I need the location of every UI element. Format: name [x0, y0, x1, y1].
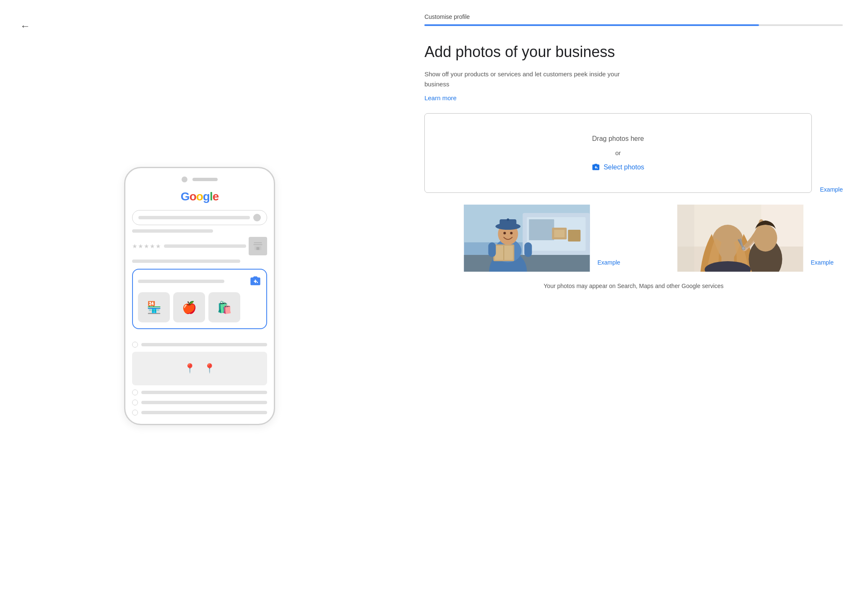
search-bar-line — [138, 216, 250, 219]
or-text: or — [615, 149, 621, 156]
back-button[interactable]: ← — [17, 17, 34, 35]
store-svg — [252, 240, 264, 252]
thumb-1: 🏪 — [138, 292, 170, 322]
page-description: Show off your products or services and l… — [424, 69, 642, 89]
example-image-delivery: Example — [424, 205, 629, 272]
location-dot — [132, 342, 138, 348]
photos-card-top — [138, 275, 261, 287]
phone-speaker — [192, 178, 218, 181]
skeleton-1 — [132, 229, 213, 233]
svg-rect-1 — [257, 247, 260, 250]
drag-text: Drag photos here — [592, 135, 644, 143]
left-panel: ← Google ★★★★★ — [0, 0, 399, 592]
select-photos-button[interactable]: Select photos — [592, 163, 644, 171]
google-o2: o — [196, 190, 203, 203]
web-icon — [132, 410, 138, 415]
back-arrow-icon: ← — [20, 20, 30, 32]
add-photo-icon — [249, 275, 261, 287]
example-badge-delivery[interactable]: Example — [593, 257, 625, 267]
svg-point-16 — [507, 218, 509, 221]
phone-search-icon — [253, 214, 261, 221]
clock-row — [132, 389, 267, 395]
svg-rect-22 — [489, 242, 496, 257]
phone-row — [132, 400, 267, 405]
svg-rect-35 — [678, 205, 694, 272]
example-image-salon: Example — [638, 205, 843, 272]
web-row — [132, 410, 267, 415]
google-g2: g — [203, 190, 210, 203]
select-photos-label: Select photos — [603, 164, 644, 171]
svg-point-34 — [754, 225, 777, 252]
footer-note: Your photos may appear on Search, Maps a… — [424, 282, 843, 291]
store-icon — [249, 237, 267, 255]
skeleton-web — [141, 411, 267, 414]
drop-zone-wrapper: Drag photos here or Select photos Exampl… — [424, 113, 843, 193]
skeleton-2 — [132, 260, 240, 263]
drop-zone[interactable]: Drag photos here or Select photos — [424, 113, 811, 193]
learn-more-link[interactable]: Learn more — [424, 94, 457, 101]
svg-rect-9 — [554, 230, 565, 237]
phone-camera — [182, 177, 187, 182]
camera-add-icon — [592, 163, 600, 171]
right-panel: Customise profile Add photos of your bus… — [399, 0, 868, 592]
svg-rect-7 — [464, 255, 590, 272]
google-logo: Google — [181, 190, 218, 203]
thumb-3: 🛍️ — [208, 292, 240, 322]
skeleton-rating — [164, 244, 246, 248]
location-row — [132, 342, 267, 348]
drop-zone-example-label[interactable]: Example — [820, 183, 843, 193]
phone-search-bar — [132, 210, 267, 225]
svg-rect-23 — [525, 242, 532, 257]
phone-mockup: Google ★★★★★ — [124, 167, 275, 425]
example-badge-salon[interactable]: Example — [806, 257, 839, 267]
page-title: Add photos of your business — [424, 43, 843, 61]
phone-icon — [132, 400, 138, 405]
skeleton-clock — [141, 391, 267, 394]
progress-label: Customise profile — [424, 13, 843, 20]
rating-row: ★★★★★ — [132, 237, 267, 255]
progress-bar-bg — [424, 24, 843, 26]
svg-rect-10 — [568, 230, 581, 241]
google-l: l — [210, 190, 213, 203]
svg-point-18 — [510, 232, 513, 234]
map-pin-2: 📍 — [204, 363, 215, 374]
phone-content: Google ★★★★★ — [132, 190, 267, 415]
photos-card: 🏪 🍎 🛍️ — [132, 269, 267, 329]
google-g: G — [181, 190, 190, 203]
phone-top-bar — [132, 177, 267, 182]
google-logo-area: Google — [132, 190, 267, 203]
phone-stars: ★★★★★ — [132, 243, 161, 249]
google-e: e — [213, 190, 219, 203]
thumb-2: 🍎 — [173, 292, 205, 322]
skeleton-location — [141, 343, 267, 346]
svg-point-17 — [504, 232, 506, 234]
google-o1: o — [190, 190, 196, 203]
map-area: 📍 📍 — [132, 352, 267, 385]
svg-rect-6 — [529, 219, 554, 240]
clock-icon — [132, 389, 138, 395]
progress-bar-fill — [424, 24, 759, 26]
photo-thumbnails: 🏪 🍎 🛍️ — [138, 292, 261, 322]
map-pin-1: 📍 — [184, 363, 195, 374]
photos-card-line — [138, 280, 224, 283]
skeleton-phone — [141, 401, 267, 404]
example-images-row: Example — [424, 205, 843, 272]
progress-section: Customise profile — [424, 0, 843, 26]
